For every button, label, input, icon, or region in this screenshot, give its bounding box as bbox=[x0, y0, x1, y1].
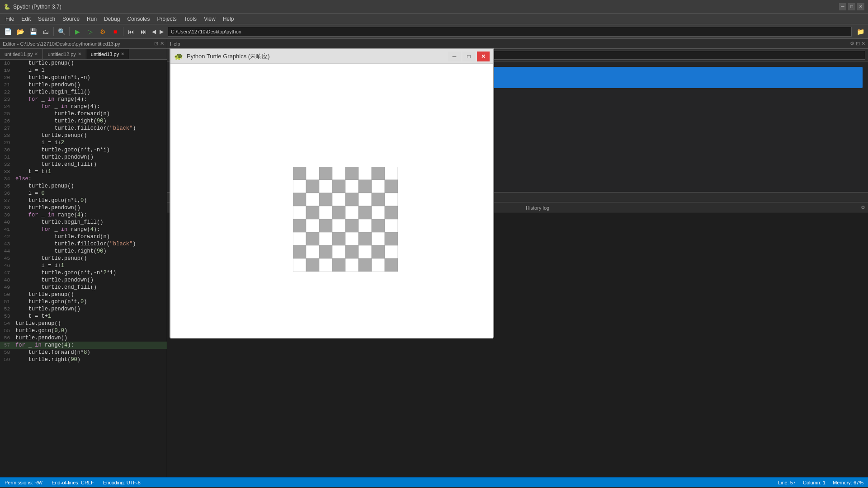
toolbar: 📄 📂 💾 🗂 🔍 ▶ ▷ ⚙ ■ ⏮ ⏭ ◀ ▶ C:\Users\12710… bbox=[0, 24, 868, 39]
svg-rect-40 bbox=[293, 232, 306, 245]
status-bar: Permissions: RW End-of-lines: CRLF Encod… bbox=[0, 477, 868, 487]
menu-tools[interactable]: Tools bbox=[180, 15, 200, 23]
tab-close[interactable]: ✕ bbox=[34, 52, 38, 56]
menu-search[interactable]: Search bbox=[34, 15, 59, 23]
menu-edit[interactable]: Edit bbox=[18, 15, 34, 23]
svg-rect-48 bbox=[293, 245, 306, 258]
code-line-48: 48 turtle.pendown() bbox=[0, 277, 167, 284]
debug-button[interactable]: ⚙ bbox=[97, 26, 108, 37]
save-button[interactable]: 💾 bbox=[27, 26, 39, 37]
svg-rect-55 bbox=[385, 245, 398, 258]
back-arrow[interactable]: ◀ bbox=[151, 28, 157, 35]
code-line-43: 43 turtle.fillcolor("black") bbox=[0, 240, 167, 248]
svg-rect-10 bbox=[319, 180, 332, 193]
tab-untitled13[interactable]: untitled13.py ✕ bbox=[86, 49, 129, 59]
close-button[interactable]: ✕ bbox=[857, 3, 864, 10]
code-line-27: 27 turtle.fillcolor("black") bbox=[0, 125, 167, 132]
editor-content: 18 turtle.penup() 19 i = 1 20 turtle.got… bbox=[0, 60, 167, 477]
code-line-40: 40 turtle.begin_fill() bbox=[0, 219, 167, 226]
code-line-30: 30 turtle.goto(n*t,-n*i) bbox=[0, 146, 167, 154]
svg-rect-5 bbox=[359, 167, 372, 180]
menu-file[interactable]: File bbox=[2, 15, 18, 23]
svg-rect-0 bbox=[293, 167, 306, 180]
window-title: Spyder (Python 3.7) bbox=[13, 4, 61, 10]
tab-close[interactable]: ✕ bbox=[78, 52, 81, 56]
tab-label: untitled12.py bbox=[47, 52, 75, 57]
permissions-status: Permissions: RW bbox=[5, 480, 42, 485]
browse-button[interactable]: 📁 bbox=[854, 26, 866, 37]
path-bar: C:\Users\12710\Desktop\python bbox=[168, 27, 852, 37]
tab-history-log[interactable]: History log bbox=[521, 204, 554, 211]
help-settings-icon[interactable]: ⚙ bbox=[850, 41, 854, 47]
menu-run[interactable]: Run bbox=[83, 15, 100, 23]
svg-rect-14 bbox=[372, 180, 385, 193]
editor-close-button[interactable]: ✕ bbox=[160, 41, 164, 47]
turtle-close-button[interactable]: ✕ bbox=[477, 52, 490, 61]
tab-close[interactable]: ✕ bbox=[121, 52, 124, 56]
console-settings-icon[interactable]: ⚙ bbox=[861, 205, 865, 211]
menu-source[interactable]: Source bbox=[59, 15, 83, 23]
run-file-button[interactable]: ▷ bbox=[84, 26, 96, 37]
checkerboard-svg bbox=[293, 167, 398, 272]
menu-view[interactable]: View bbox=[200, 15, 219, 23]
title-bar: 🐍 Spyder (Python 3.7) ─ □ ✕ bbox=[0, 0, 868, 14]
turtle-maximize-button[interactable]: □ bbox=[462, 52, 475, 61]
code-line-56: 56turtle.pendown() bbox=[0, 334, 167, 342]
code-line-39: 39 for _ in range(4): bbox=[0, 211, 167, 219]
code-line-18: 18 turtle.penup() bbox=[0, 60, 167, 67]
svg-rect-30 bbox=[372, 206, 385, 219]
turtle-graphics-window: 🐢 Python Turtle Graphics (未响应) ─ □ ✕ bbox=[170, 48, 494, 338]
turtle-minimize-button[interactable]: ─ bbox=[448, 52, 461, 61]
code-line-21: 21 turtle.pendown() bbox=[0, 81, 167, 89]
code-line-52: 52 turtle.pendown() bbox=[0, 305, 167, 313]
svg-rect-17 bbox=[306, 193, 319, 206]
code-line-38: 38 turtle.pendown() bbox=[0, 204, 167, 211]
forward-arrow[interactable]: ▶ bbox=[158, 28, 165, 35]
menu-projects[interactable]: Projects bbox=[154, 15, 180, 23]
menu-consoles[interactable]: Consoles bbox=[123, 15, 153, 23]
tab-untitled12[interactable]: untitled12.py ✕ bbox=[43, 49, 86, 59]
svg-rect-45 bbox=[359, 232, 372, 245]
svg-rect-51 bbox=[332, 245, 345, 258]
svg-rect-39 bbox=[385, 219, 398, 232]
svg-rect-46 bbox=[372, 232, 385, 245]
step-button[interactable]: ⏮ bbox=[125, 26, 137, 37]
editor-dock-button[interactable]: ⊡ bbox=[154, 41, 158, 47]
tab-untitled11[interactable]: untitled11.py ✕ bbox=[0, 49, 43, 59]
svg-rect-20 bbox=[345, 193, 359, 206]
svg-rect-26 bbox=[319, 206, 332, 219]
help-float-icon[interactable]: ⊡ bbox=[856, 41, 860, 47]
code-scroll[interactable]: 18 turtle.penup() 19 i = 1 20 turtle.got… bbox=[0, 60, 167, 477]
find-button[interactable]: 🔍 bbox=[56, 26, 67, 37]
stop-button[interactable]: ■ bbox=[109, 26, 121, 37]
svg-rect-23 bbox=[385, 193, 398, 206]
run-button[interactable]: ▶ bbox=[71, 26, 83, 37]
code-line-33: 33 t = t+1 bbox=[0, 168, 167, 175]
help-close-icon[interactable]: ✕ bbox=[861, 41, 865, 47]
step-into-button[interactable]: ⏭ bbox=[138, 26, 150, 37]
code-line-58: 58 turtle.forward(n*8) bbox=[0, 349, 167, 356]
svg-rect-15 bbox=[385, 180, 398, 193]
editor-path-text: Editor - C:\Users\12710\Desktop\python\u… bbox=[3, 41, 120, 47]
svg-rect-62 bbox=[372, 258, 385, 272]
svg-rect-61 bbox=[359, 258, 372, 272]
maximize-button[interactable]: □ bbox=[848, 3, 855, 10]
code-line-53: 53 t = t+1 bbox=[0, 313, 167, 320]
svg-rect-53 bbox=[359, 245, 372, 258]
code-line-54: 54turtle.penup() bbox=[0, 320, 167, 327]
minimize-button[interactable]: ─ bbox=[839, 3, 846, 10]
new-file-button[interactable]: 📄 bbox=[2, 26, 14, 37]
open-file-button[interactable]: 📂 bbox=[14, 26, 26, 37]
svg-rect-16 bbox=[293, 193, 306, 206]
menu-debug[interactable]: Debug bbox=[100, 15, 123, 23]
svg-rect-19 bbox=[332, 193, 345, 206]
save-all-button[interactable]: 🗂 bbox=[40, 26, 52, 37]
menu-help[interactable]: Help bbox=[219, 15, 238, 23]
svg-rect-24 bbox=[293, 206, 306, 219]
svg-rect-44 bbox=[345, 232, 359, 245]
code-line-57: 57for _ in range(4): bbox=[0, 342, 167, 349]
svg-rect-52 bbox=[345, 245, 359, 258]
eol-status: End-of-lines: CRLF bbox=[52, 480, 94, 485]
code-line-59: 59 turtle.right(90) bbox=[0, 356, 167, 363]
tab-label: untitled11.py bbox=[5, 52, 33, 57]
